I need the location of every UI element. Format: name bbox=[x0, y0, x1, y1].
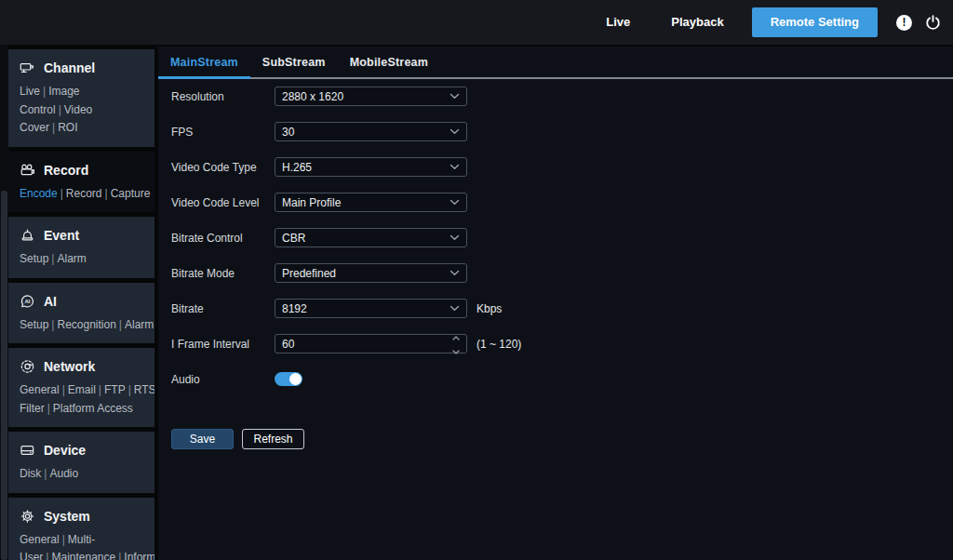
number-spinner[interactable] bbox=[452, 330, 460, 357]
link-separator: | bbox=[126, 383, 134, 396]
power-icon[interactable] bbox=[924, 14, 942, 32]
field-label: Bitrate Control bbox=[171, 232, 275, 245]
sidebar-section-record: RecordEncode|Record|Capture bbox=[8, 152, 154, 213]
sidebar-scrollbar-thumb[interactable] bbox=[1, 191, 7, 560]
chevron-down-icon bbox=[450, 128, 460, 135]
video-code-level-select[interactable]: Main Profile bbox=[275, 193, 467, 212]
field-value: 30 bbox=[282, 126, 294, 139]
sidebar-section-label: Network bbox=[44, 359, 95, 374]
field-value: 2880 x 1620 bbox=[282, 90, 343, 103]
topbar-icons: ! bbox=[896, 14, 942, 32]
sidebar-section-title[interactable]: Record bbox=[20, 159, 147, 181]
field-label: I Frame Interval bbox=[171, 338, 275, 351]
sidebar-link-information[interactable]: Information bbox=[124, 551, 154, 560]
sidebar-section-ai: AIAISetup|Recognition|Alarm|Statistics bbox=[8, 283, 154, 344]
sidebar-link-disk[interactable]: Disk bbox=[20, 467, 41, 480]
field-label: Bitrate bbox=[171, 302, 275, 315]
i-frame-interval-input[interactable]: 60 bbox=[275, 334, 467, 353]
sidebar-section-channel: ChannelLive|Image Control|Video Cover|RO… bbox=[8, 49, 154, 147]
sidebar-scrollbar[interactable] bbox=[0, 45, 8, 560]
alert-icon[interactable]: ! bbox=[896, 15, 912, 31]
sidebar-section-links: Setup|Recognition|Alarm|Statistics bbox=[20, 316, 147, 335]
field-value: CBR bbox=[282, 232, 305, 245]
form-row-bitrate: Bitrate8192Kbps bbox=[171, 299, 953, 318]
refresh-button[interactable]: Refresh bbox=[242, 429, 304, 449]
link-separator: | bbox=[60, 533, 68, 546]
sidebar-link-setup[interactable]: Setup bbox=[20, 318, 48, 331]
sidebar-section-title[interactable]: Device bbox=[20, 439, 147, 461]
sidebar-link-encode[interactable]: Encode bbox=[20, 187, 58, 200]
chevron-down-icon bbox=[450, 270, 460, 276]
video-code-type-select[interactable]: H.265 bbox=[275, 157, 467, 177]
sidebar-link-alarm[interactable]: Alarm bbox=[125, 318, 154, 331]
sidebar-link-audio[interactable]: Audio bbox=[49, 467, 78, 480]
sidebar-link-rtsp[interactable]: RTSP bbox=[134, 383, 154, 396]
form-row-i-frame-interval: I Frame Interval60(1 ~ 120) bbox=[171, 334, 953, 353]
form-row-fps: FPS30 bbox=[171, 122, 953, 141]
sidebar-section-title[interactable]: System bbox=[20, 505, 147, 527]
field-label: FPS bbox=[171, 126, 275, 139]
link-separator: | bbox=[45, 402, 53, 415]
chevron-down-icon bbox=[450, 305, 460, 312]
sidebar-link-email[interactable]: Email bbox=[68, 383, 96, 396]
audio-toggle[interactable] bbox=[275, 372, 302, 386]
sidebar-link-record[interactable]: Record bbox=[66, 187, 102, 200]
sidebar-link-general[interactable]: General bbox=[20, 383, 60, 396]
tab-mobilestream[interactable]: MobileStream bbox=[338, 47, 440, 77]
field-label: Resolution bbox=[171, 90, 275, 103]
bitrate-select[interactable]: 8192 bbox=[275, 299, 467, 318]
gear-icon bbox=[20, 509, 35, 524]
field-suffix: (1 ~ 120) bbox=[476, 338, 521, 351]
spinner-up-icon[interactable] bbox=[452, 330, 460, 343]
tab-mainstream[interactable]: MainStream bbox=[158, 47, 250, 77]
sidebar-section-system: SystemGeneral|Multi-User|Maintenance|Inf… bbox=[8, 498, 154, 560]
sidebar-section-links: General|Email|FTP|RTSP|DDNS|HTTPS|IP Fil… bbox=[20, 381, 147, 418]
field-label: Audio bbox=[171, 373, 275, 386]
sidebar-section-title[interactable]: AIAI bbox=[20, 290, 147, 313]
sidebar-link-maintenance[interactable]: Maintenance bbox=[51, 551, 115, 560]
bitrate-mode-select[interactable]: Predefined bbox=[275, 263, 467, 283]
main-content: MainStreamSubStreamMobileStream Resoluti… bbox=[158, 47, 953, 560]
ai-head-icon: AI bbox=[20, 294, 35, 309]
sidebar-section-title[interactable]: Event bbox=[20, 224, 147, 247]
tab-substream[interactable]: SubStream bbox=[250, 47, 338, 77]
spinner-down-icon[interactable] bbox=[452, 344, 460, 357]
sidebar-link-setup[interactable]: Setup bbox=[20, 252, 48, 265]
sidebar-link-capture[interactable]: Capture bbox=[111, 187, 151, 200]
topbar: LivePlaybackRemote Setting ! bbox=[0, 0, 953, 45]
sidebar-section-network: NetworkGeneral|Email|FTP|RTSP|DDNS|HTTPS… bbox=[8, 348, 154, 427]
chevron-down-icon bbox=[450, 199, 460, 206]
sidebar-link-recognition[interactable]: Recognition bbox=[57, 318, 115, 331]
save-button[interactable]: Save bbox=[171, 429, 234, 449]
sidebar-link-general[interactable]: General bbox=[20, 533, 60, 546]
fps-select[interactable]: 30 bbox=[275, 122, 467, 141]
sidebar-link-alarm[interactable]: Alarm bbox=[57, 252, 86, 265]
form-row-audio: Audio bbox=[171, 369, 953, 389]
field-suffix: Kbps bbox=[476, 302, 502, 315]
sidebar: ChannelLive|Image Control|Video Cover|RO… bbox=[8, 45, 154, 560]
bitrate-control-select[interactable]: CBR bbox=[275, 228, 467, 247]
resolution-select[interactable]: 2880 x 1620 bbox=[275, 87, 467, 106]
sidebar-link-ftp[interactable]: FTP bbox=[104, 383, 126, 396]
sidebar-link-roi[interactable]: ROI bbox=[58, 121, 77, 134]
top-nav-playback[interactable]: Playback bbox=[651, 0, 744, 45]
sidebar-section-event: EventSetup|Alarm bbox=[8, 217, 154, 278]
chevron-down-icon bbox=[450, 93, 460, 100]
top-nav-remote-setting[interactable]: Remote Setting bbox=[752, 7, 878, 37]
link-separator: | bbox=[40, 85, 48, 98]
sidebar-link-live[interactable]: Live bbox=[20, 85, 40, 98]
sidebar-link-platform-access[interactable]: Platform Access bbox=[53, 402, 133, 415]
sidebar-section-title[interactable]: Network bbox=[20, 355, 147, 378]
sidebar-section-title[interactable]: Channel bbox=[20, 57, 147, 79]
sidebar-section-label: Device bbox=[44, 443, 86, 458]
top-nav-live[interactable]: Live bbox=[585, 0, 651, 45]
form-row-video-code-level: Video Code LevelMain Profile bbox=[171, 193, 953, 212]
sidebar-section-links: Encode|Record|Capture bbox=[20, 185, 147, 204]
sidebar-section-links: General|Multi-User|Maintenance|Informati… bbox=[20, 531, 147, 560]
form-row-bitrate-control: Bitrate ControlCBR bbox=[171, 228, 953, 247]
form-row-resolution: Resolution2880 x 1620 bbox=[171, 87, 953, 106]
sidebar-section-links: Setup|Alarm bbox=[20, 250, 147, 269]
link-separator: | bbox=[115, 551, 124, 560]
form-actions: Save Refresh bbox=[158, 429, 953, 449]
link-separator: | bbox=[102, 187, 111, 200]
